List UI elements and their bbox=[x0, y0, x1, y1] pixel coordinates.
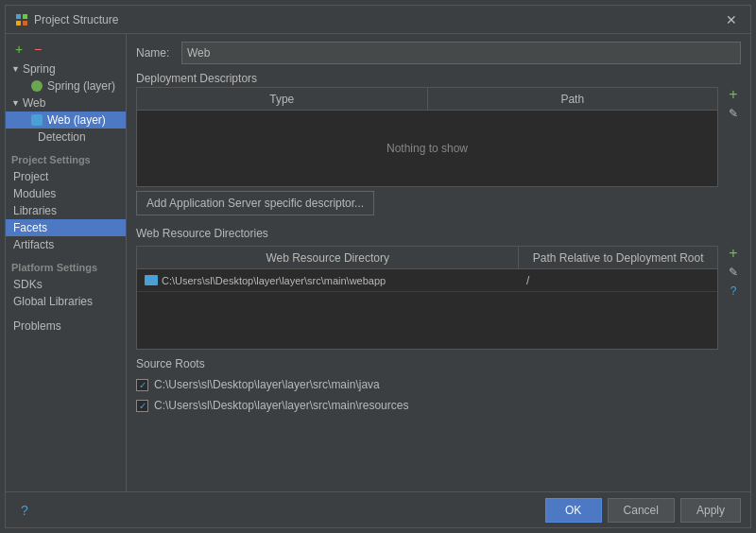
web-help-button[interactable]: ? bbox=[726, 284, 741, 299]
cancel-button[interactable]: Cancel bbox=[608, 498, 675, 523]
spring-label: Spring bbox=[23, 62, 56, 76]
source-root-checkbox-2[interactable] bbox=[136, 400, 148, 412]
web-right-actions: + ✎ ? bbox=[722, 246, 741, 299]
path-column-header: Path bbox=[428, 88, 718, 110]
deployment-table: Type Path Nothing to show bbox=[136, 87, 718, 187]
dialog-body: + − ▼ Spring Spring (layer) ▼ Web bbox=[6, 34, 750, 491]
deployment-edit-button[interactable]: ✎ bbox=[726, 106, 741, 121]
name-input[interactable] bbox=[181, 42, 741, 64]
web-resource-section: Web Resource Directories Web Resource Di… bbox=[136, 227, 741, 350]
deployment-descriptors-section: Deployment Descriptors Type Path Nothing… bbox=[136, 72, 741, 219]
sidebar-toolbar: + − bbox=[6, 38, 126, 60]
dialog-footer: ? OK Cancel Apply bbox=[6, 491, 750, 527]
close-button[interactable]: ✕ bbox=[722, 10, 741, 29]
svg-rect-1 bbox=[23, 14, 27, 19]
dialog-icon bbox=[15, 13, 28, 26]
add-btn-row: Add Application Server specific descript… bbox=[136, 187, 741, 219]
sidebar-item-libraries[interactable]: Libraries bbox=[6, 202, 126, 219]
spring-layer-label: Spring (layer) bbox=[47, 79, 115, 93]
apply-button[interactable]: Apply bbox=[680, 498, 741, 523]
title-bar: Project Structure ✕ bbox=[6, 6, 750, 34]
platform-settings-header: Platform Settings bbox=[6, 259, 126, 276]
deployment-add-button[interactable]: + bbox=[726, 87, 741, 102]
web-dir-value: C:\Users\sl\Desktop\layer\layer\src\main… bbox=[162, 275, 386, 286]
source-root-label-2: C:\Users\sl\Desktop\layer\layer\src\main… bbox=[154, 399, 408, 412]
sidebar-item-problems[interactable]: Problems bbox=[6, 318, 126, 335]
svg-rect-3 bbox=[23, 21, 27, 26]
sidebar: + − ▼ Spring Spring (layer) ▼ Web bbox=[6, 34, 127, 491]
deployment-right-actions: + ✎ bbox=[722, 87, 741, 187]
web-section[interactable]: ▼ Web bbox=[6, 95, 126, 112]
sidebar-item-sdks[interactable]: SDKs bbox=[6, 276, 126, 293]
web-resource-title: Web Resource Directories bbox=[136, 227, 741, 240]
add-facet-button[interactable]: + bbox=[11, 42, 26, 57]
spring-arrow: ▼ bbox=[11, 64, 20, 74]
name-label: Name: bbox=[136, 46, 174, 60]
source-roots-section: Source Roots C:\Users\sl\Desktop\layer\l… bbox=[136, 357, 741, 414]
web-table: Web Resource Directory Path Relative to … bbox=[136, 246, 718, 350]
name-field-row: Name: bbox=[136, 42, 741, 64]
project-settings-header: Project Settings bbox=[6, 151, 126, 168]
svg-rect-0 bbox=[16, 14, 21, 19]
deployment-table-outer: Type Path Nothing to show + ✎ bbox=[136, 87, 741, 187]
remove-facet-button[interactable]: − bbox=[30, 42, 45, 57]
source-root-label-1: C:\Users\sl\Desktop\layer\layer\src\main… bbox=[154, 378, 380, 391]
folder-icon bbox=[145, 275, 158, 285]
sidebar-item-project[interactable]: Project bbox=[6, 168, 126, 185]
web-label: Web bbox=[23, 96, 45, 110]
title-bar-left: Project Structure bbox=[15, 13, 118, 26]
web-add-button[interactable]: + bbox=[726, 246, 741, 261]
web-path-cell: / bbox=[519, 272, 717, 289]
source-roots-title: Source Roots bbox=[136, 357, 741, 370]
detection-item[interactable]: Detection bbox=[6, 129, 126, 146]
web-table-row-1[interactable]: C:\Users\sl\Desktop\layer\layer\src\main… bbox=[137, 269, 717, 292]
deployment-descriptors-title: Deployment Descriptors bbox=[136, 72, 741, 85]
main-content: Name: Deployment Descriptors Type Path N… bbox=[127, 34, 750, 491]
spring-layer-item[interactable]: Spring (layer) bbox=[6, 77, 126, 95]
spring-section[interactable]: ▼ Spring bbox=[6, 60, 126, 77]
web-table-header: Web Resource Directory Path Relative to … bbox=[137, 247, 717, 269]
web-layer-label: Web (layer) bbox=[47, 113, 106, 127]
source-root-row-2: C:\Users\sl\Desktop\layer\layer\src\main… bbox=[136, 397, 741, 414]
detection-label: Detection bbox=[38, 130, 86, 144]
web-path-column-header: Path Relative to Deployment Root bbox=[519, 247, 717, 268]
nothing-to-show: Nothing to show bbox=[387, 142, 468, 155]
web-icon bbox=[30, 113, 43, 127]
web-resource-table-wrapper: Web Resource Directory Path Relative to … bbox=[136, 246, 741, 350]
web-arrow: ▼ bbox=[11, 98, 20, 108]
spring-icon bbox=[30, 79, 43, 93]
sidebar-item-facets[interactable]: Facets bbox=[6, 219, 126, 236]
sidebar-item-artifacts[interactable]: Artifacts bbox=[6, 236, 126, 253]
help-button[interactable]: ? bbox=[15, 501, 34, 520]
type-column-header: Type bbox=[137, 88, 428, 110]
web-dir-cell: C:\Users\sl\Desktop\layer\layer\src\main… bbox=[137, 273, 519, 288]
source-root-row-1: C:\Users\sl\Desktop\layer\layer\src\main… bbox=[136, 376, 741, 393]
web-edit-button[interactable]: ✎ bbox=[726, 265, 741, 280]
web-layer-item[interactable]: Web (layer) bbox=[6, 112, 126, 129]
svg-rect-2 bbox=[16, 21, 21, 26]
ok-button[interactable]: OK bbox=[545, 498, 602, 523]
source-root-checkbox-1[interactable] bbox=[136, 379, 148, 391]
add-descriptor-button[interactable]: Add Application Server specific descript… bbox=[136, 191, 374, 215]
web-table-empty bbox=[137, 292, 717, 349]
deployment-table-body: Nothing to show bbox=[137, 111, 717, 186]
sidebar-item-global-libraries[interactable]: Global Libraries bbox=[6, 293, 126, 310]
sidebar-item-modules[interactable]: Modules bbox=[6, 185, 126, 202]
project-structure-dialog: Project Structure ✕ + − ▼ Spring Spring … bbox=[5, 5, 751, 528]
deployment-table-header: Type Path bbox=[137, 88, 717, 111]
web-dir-column-header: Web Resource Directory bbox=[137, 247, 519, 268]
dialog-title: Project Structure bbox=[34, 13, 118, 26]
